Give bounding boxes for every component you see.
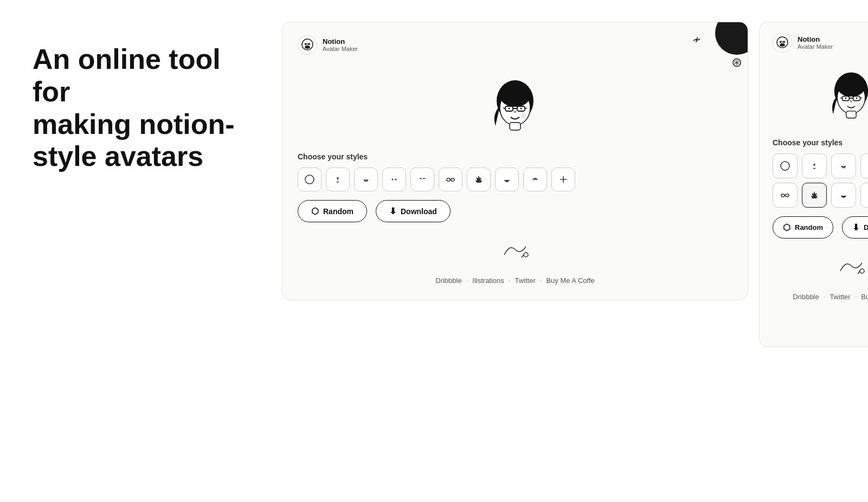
large-logo-subtitle: Avatar Maker [323,46,358,53]
svg-point-49 [856,98,858,99]
large-app-card: ≁ ⊛ [282,22,748,300]
svg-line-15 [525,108,527,108]
small-download-icon: ⬇ [852,222,859,233]
svg-point-48 [845,98,847,99]
small-logo-title: Notion [798,35,833,44]
svg-rect-56 [786,194,789,197]
large-card-header: Notion Avatar Maker [298,35,732,55]
footer-link-buymeacoffee[interactable]: Buy Me A Coffe [546,276,594,285]
small-style-icons-row2 [773,183,868,208]
corner-lines-icon: ≁ [691,33,703,47]
left-section: An online tool for making notion-style a… [33,22,260,347]
small-card-header: Notion Avatar Maker [773,33,868,53]
style-btn-brows[interactable] [410,168,434,191]
small-styles-label: Choose your styles [773,138,868,147]
style-btn-face[interactable] [298,168,322,191]
small-logo-text: Notion Avatar Maker [798,35,833,51]
svg-point-16 [509,108,510,110]
large-download-label: Download [401,207,437,216]
footer-link-dribbble[interactable]: Dribbble [435,276,461,285]
svg-point-22 [395,179,397,181]
style-btn-nose[interactable] [326,168,350,191]
large-random-label: Random [323,207,353,216]
svg-point-17 [520,108,522,110]
small-spiral-svg [835,255,867,276]
large-button-row: ⬡ Random ⬇ Download [298,200,732,222]
svg-line-14 [503,108,505,108]
small-style-btn-beard[interactable] [831,183,856,208]
svg-point-41 [837,77,865,97]
style-btn-body[interactable] [523,168,547,191]
logo-avatar [298,35,317,55]
small-style-btn-face[interactable] [773,153,798,178]
small-footer-links: Dribbble · Twitter · Buy Me A Coffe [773,293,868,301]
small-bottom-decoration [773,249,868,282]
svg-line-31 [522,255,524,258]
headline-line2: making notion-style avatars [33,108,235,172]
small-random-icon: ⬡ [783,222,790,233]
svg-line-47 [860,98,863,98]
large-avatar-image [483,76,548,141]
svg-point-30 [524,253,528,257]
small-footer-link-twitter[interactable]: Twitter [830,293,850,301]
small-style-btn-mouth[interactable] [831,153,856,178]
style-btn-eyes[interactable] [382,168,406,191]
large-footer-links: Dribbble · Illstrations · Twitter · Buy … [298,276,732,285]
svg-point-9 [500,85,530,107]
svg-point-19 [305,175,314,184]
small-style-btn-body[interactable] [860,183,868,208]
small-logo-face-svg [775,35,790,50]
svg-rect-42 [846,111,856,118]
small-style-btn-eyes[interactable] [860,153,868,178]
small-button-row: ⬡ Random ⬇ Download [773,216,868,239]
large-random-button[interactable]: ⬡ Random [298,200,367,222]
small-download-label: Download [864,223,868,231]
svg-rect-23 [447,178,450,181]
small-footer-link-dribbble[interactable]: Dribbble [793,293,819,301]
style-btn-beard[interactable] [495,168,519,191]
small-footer-link-buymeacoffee[interactable]: Buy Me A Coffe [861,293,868,301]
style-btn-glasses[interactable] [439,168,462,191]
right-section: ≁ ⊛ [282,22,868,347]
download-icon: ⬇ [389,206,396,216]
avatar-svg [483,76,548,141]
svg-point-50 [856,102,861,107]
svg-point-62 [860,269,864,273]
small-avatar-image [821,69,868,128]
style-btn-hair[interactable] [467,168,491,191]
logo-text: Notion Avatar Maker [323,37,358,53]
small-avatar-svg [821,69,868,128]
large-download-button[interactable]: ⬇ Download [376,200,451,222]
small-app-card: ≁ ⊛ Not [759,22,868,347]
svg-rect-55 [781,194,785,197]
small-random-button[interactable]: ⬡ Random [773,216,833,239]
svg-point-18 [520,113,526,118]
large-styles-label: Choose your styles [298,152,732,161]
svg-rect-24 [451,178,454,181]
large-style-icons-row [298,168,732,191]
small-style-btn-hair[interactable] [802,183,827,208]
svg-rect-10 [510,123,520,130]
svg-line-46 [840,98,843,98]
small-logo-avatar [773,33,792,53]
style-btn-mouth[interactable] [354,168,378,191]
small-avatar-display [773,63,868,133]
footer-link-twitter[interactable]: Twitter [515,276,535,285]
page-wrapper: An online tool for making notion-style a… [33,22,835,347]
footer-link-illustrations[interactable]: Illstrations [472,276,504,285]
small-style-btn-glasses[interactable] [773,183,798,208]
small-random-label: Random [795,223,823,231]
svg-point-21 [392,179,394,181]
random-icon: ⬡ [311,206,319,216]
spiral-decoration-svg [499,239,531,260]
large-avatar-display [298,66,732,147]
style-btn-extra[interactable] [551,168,575,191]
small-style-icons-row1 [773,153,868,178]
svg-line-63 [858,271,860,274]
small-style-btn-nose[interactable] [802,153,827,178]
large-bottom-decoration [298,233,732,266]
large-logo-title: Notion [323,37,358,46]
svg-point-51 [781,162,789,170]
small-download-button[interactable]: ⬇ Download [842,216,868,239]
headline-line1: An online tool for [33,43,221,107]
